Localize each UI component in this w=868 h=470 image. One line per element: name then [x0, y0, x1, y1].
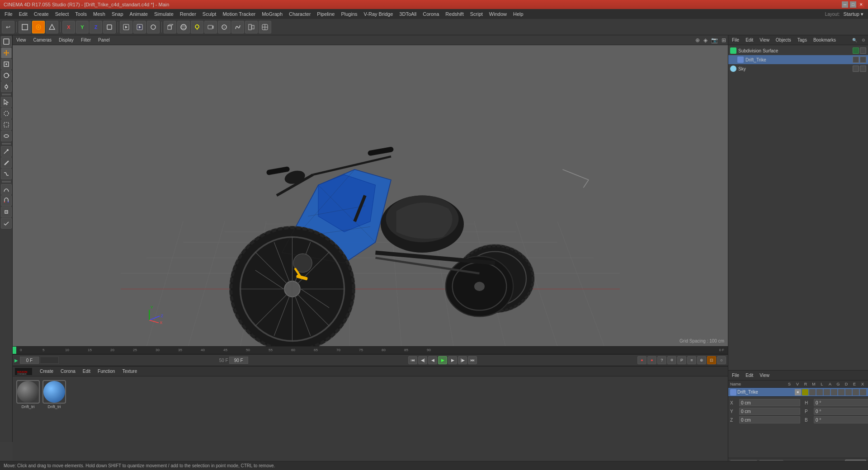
menu-3dtoall[interactable]: 3DToAll	[396, 10, 419, 18]
filter-icon[interactable]: ⚙	[861, 37, 866, 43]
live-select-tool[interactable]	[1, 108, 12, 119]
camera-button[interactable]	[204, 21, 217, 33]
menu-redshift[interactable]: Redshift	[443, 10, 466, 18]
axis-y-button[interactable]: Y	[76, 21, 89, 33]
mat-menu-create[interactable]: Create	[38, 368, 55, 375]
menu-simulate[interactable]: Simulate	[151, 10, 176, 18]
obj-menu-tags[interactable]: Tags	[796, 37, 809, 43]
key-icon-2[interactable]: ⊡	[707, 356, 716, 364]
timeline-settings-button[interactable]: ≡	[687, 356, 696, 364]
rect-select-tool[interactable]	[1, 119, 12, 130]
viewport-menu-cameras[interactable]: Cameras	[32, 37, 54, 43]
attr-menu-file[interactable]: File	[730, 372, 741, 379]
bridge-tool[interactable]	[1, 169, 12, 179]
layout-selector[interactable]: Startup ▾	[840, 10, 866, 18]
ruler-area[interactable]: 0 5 10 15 20 25 30 35 40 45 50 55 60 65 …	[16, 347, 728, 354]
mat-menu-corona[interactable]: Corona	[59, 368, 77, 375]
menu-animate[interactable]: Animate	[127, 10, 151, 18]
render-region-button[interactable]	[120, 21, 132, 33]
obj-item-sky[interactable]: Sky	[728, 64, 868, 73]
viewport-menu-filter[interactable]: Filter	[79, 37, 93, 43]
object-mode-button[interactable]	[32, 21, 45, 33]
select-tool[interactable]	[1, 97, 12, 108]
axis-x-button[interactable]: X	[62, 21, 75, 33]
menu-plugins[interactable]: Plugins	[338, 10, 360, 18]
menu-motiontracker[interactable]: Motion Tracker	[220, 10, 258, 18]
obj-toggle-render-subdivision[interactable]	[860, 47, 866, 54]
all-axes-button[interactable]	[103, 21, 116, 33]
mat-menu-texture[interactable]: Texture	[120, 368, 139, 375]
menu-render[interactable]: Render	[177, 10, 199, 18]
menu-mesh[interactable]: Mesh	[90, 10, 108, 18]
obj-toggle-vis-subdivision[interactable]	[853, 47, 859, 54]
texture-mode-button[interactable]	[46, 21, 58, 33]
mat-menu-edit[interactable]: Edit	[81, 368, 92, 375]
coord-input-b-rot[interactable]	[814, 416, 868, 423]
transform-tool[interactable]	[1, 81, 12, 92]
prev-key-button[interactable]: ◀|	[418, 356, 427, 364]
material-item-2[interactable]: Drift_tri	[42, 380, 66, 409]
snap-tool[interactable]	[1, 207, 12, 217]
current-frame-input[interactable]	[20, 357, 39, 364]
next-frame-button[interactable]: ▶	[448, 356, 457, 364]
close-button[interactable]: ✕	[858, 1, 864, 8]
menu-select[interactable]: Select	[52, 10, 72, 18]
coord-input-p-rot[interactable]	[814, 408, 868, 415]
magnet-tool[interactable]	[1, 195, 12, 206]
prev-frame-button[interactable]: ◀	[428, 356, 437, 364]
mesh-check-tool[interactable]	[1, 218, 12, 229]
material-item-1[interactable]: Drift_tri	[16, 380, 40, 409]
cube-button[interactable]	[164, 21, 176, 33]
viewport[interactable]: View Cameras Display Filter Panel ⊕ ◈ 📷 …	[13, 35, 728, 346]
obj-menu-edit[interactable]: Edit	[744, 37, 755, 43]
menu-corona[interactable]: Corona	[420, 10, 442, 18]
selected-attr-row[interactable]: Drift_Trike ■	[728, 388, 868, 397]
menu-script[interactable]: Script	[467, 10, 486, 18]
play-button[interactable]: ▶	[438, 356, 447, 364]
menu-edit[interactable]: Edit	[16, 10, 30, 18]
next-key-button[interactable]: |▶	[458, 356, 467, 364]
viewport-icon-mode[interactable]: ⊞	[722, 37, 726, 43]
rotate-tool[interactable]	[1, 70, 12, 81]
render-picture-button[interactable]	[133, 21, 146, 33]
obj-toggle-render-sky[interactable]	[860, 66, 866, 72]
search-icon[interactable]: 🔍	[851, 37, 858, 43]
field-button[interactable]	[245, 21, 258, 33]
menu-help[interactable]: Help	[510, 10, 526, 18]
obj-toggle-render-drift-trike[interactable]	[860, 56, 866, 63]
end-frame-input[interactable]	[229, 357, 248, 364]
menu-file[interactable]: File	[2, 10, 15, 18]
menu-mograph[interactable]: MoGraph	[259, 10, 285, 18]
render-settings-button[interactable]	[147, 21, 160, 33]
menu-create[interactable]: Create	[31, 10, 52, 18]
loop-select-tool[interactable]	[1, 131, 12, 141]
spline-tool[interactable]	[1, 184, 12, 195]
obj-menu-file[interactable]: File	[730, 37, 741, 43]
coord-input-h-rot[interactable]	[814, 399, 868, 406]
obj-item-subdivision[interactable]: Subdivision Surface	[728, 46, 868, 55]
undo-button[interactable]: ↩	[2, 21, 14, 33]
knife-tool[interactable]	[1, 157, 12, 168]
record-button[interactable]: ●	[637, 356, 646, 364]
menu-window[interactable]: Window	[486, 10, 509, 18]
material-button[interactable]	[218, 21, 231, 33]
viewport-menu-view[interactable]: View	[14, 37, 28, 43]
go-start-button[interactable]: ⏮	[408, 356, 417, 364]
key-icon-3[interactable]: ○	[717, 356, 726, 364]
viewport-icon-expand[interactable]: ⊕	[695, 37, 700, 43]
attr-menu-edit[interactable]: Edit	[744, 372, 755, 379]
model-mode-button[interactable]	[19, 21, 31, 33]
sphere-button[interactable]	[177, 21, 190, 33]
minimize-button[interactable]: ─	[842, 1, 848, 8]
viewport-icon-lock[interactable]: ◈	[703, 37, 708, 43]
menu-vray[interactable]: V-Ray Bridge	[361, 10, 396, 18]
attr-menu-view[interactable]: View	[758, 372, 771, 379]
effector-button[interactable]	[259, 21, 271, 33]
help-button[interactable]: ?	[657, 356, 666, 364]
obj-menu-objects[interactable]: Objects	[774, 37, 793, 43]
deformer-button[interactable]	[231, 21, 244, 33]
coord-input-z-pos[interactable]	[739, 416, 800, 423]
menu-tools[interactable]: Tools	[72, 10, 90, 18]
viewport-menu-panel[interactable]: Panel	[96, 37, 112, 43]
menu-pipeline[interactable]: Pipeline	[314, 10, 337, 18]
